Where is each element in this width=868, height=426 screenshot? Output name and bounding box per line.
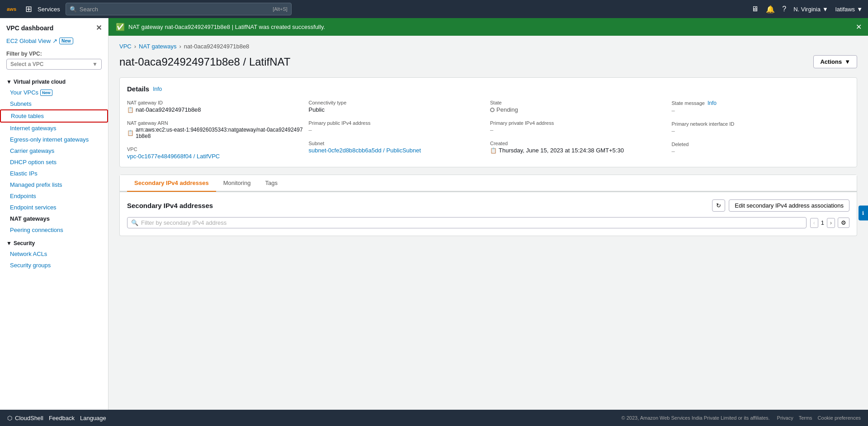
aws-logo[interactable]: aws xyxy=(5,2,20,16)
sidebar-item-subnets[interactable]: Subnets xyxy=(0,98,108,109)
user-chevron-icon: ▼ xyxy=(857,6,863,13)
sidebar-item-security-groups[interactable]: Security groups xyxy=(0,260,108,271)
deleted-value: – xyxy=(672,148,850,155)
sidebar-item-route-tables[interactable]: Route tables xyxy=(0,109,108,123)
edit-associations-button[interactable]: Edit secondary IPv4 address associations xyxy=(729,199,849,212)
filter-label: Filter by VPC: xyxy=(6,51,42,57)
sidebar-item-peering-connections[interactable]: Peering connections xyxy=(0,224,108,236)
secondary-header-row: Secondary IPv4 addresses ↻ Edit secondar… xyxy=(127,199,849,212)
copy-icon-created[interactable]: 📋 xyxy=(490,147,497,154)
primary-network-interface-label: Primary network interface ID xyxy=(672,121,850,127)
actions-button[interactable]: Actions ▼ xyxy=(813,55,857,68)
cookie-preferences-link[interactable]: Cookie preferences xyxy=(818,415,861,421)
sidebar-section-security[interactable]: ▼ Security xyxy=(0,236,108,248)
pagination-prev-button[interactable]: ‹ xyxy=(810,218,818,228)
nat-gateway-id-label: NAT gateway ID xyxy=(127,100,305,105)
search-input[interactable] xyxy=(80,6,270,13)
prev-icon: ‹ xyxy=(813,220,815,226)
grid-icon[interactable]: ⊞ xyxy=(25,4,32,14)
sidebar-item-nat-gateways[interactable]: NAT gateways xyxy=(0,213,108,224)
subnet-value[interactable]: subnet-0cfe2d8b8cbb6a5dd / PublicSubnet xyxy=(309,147,487,154)
copy-icon-nat-id[interactable]: 📋 xyxy=(127,107,134,113)
field-primary-network-interface: Primary network interface ID – xyxy=(672,121,850,134)
region-selector[interactable]: N. Virginia ▼ xyxy=(793,6,828,13)
subnet-label: Subnet xyxy=(309,141,487,146)
breadcrumb-nat-gateways[interactable]: NAT gateways xyxy=(139,43,176,50)
cloudshell-button[interactable]: ⬡ CloudShell xyxy=(7,415,43,421)
sidebar-item-dhcp-option-sets[interactable]: DHCP option sets xyxy=(0,156,108,168)
created-label: Created xyxy=(490,141,668,146)
state-dot-icon xyxy=(490,108,495,112)
pagination-next-button[interactable]: › xyxy=(827,218,835,228)
state-label: State xyxy=(490,100,668,105)
layout: VPC dashboard ✕ EC2 Global View ↗ New Fi… xyxy=(0,18,868,426)
filter-input-wrapper: 🔍 xyxy=(127,217,807,228)
cloudshell-icon: ⬡ xyxy=(7,415,12,421)
details-grid: NAT gateway ID 📋 nat-0aca924924971b8e8 N… xyxy=(127,100,849,160)
filter-placeholder: Select a VPC xyxy=(10,61,43,67)
field-nat-gateway-id: NAT gateway ID 📋 nat-0aca924924971b8e8 xyxy=(127,100,305,113)
terms-link[interactable]: Terms xyxy=(799,415,812,421)
sidebar-item-endpoints[interactable]: Endpoints xyxy=(0,190,108,202)
search-bar[interactable]: 🔍 [Alt+S] xyxy=(66,3,292,15)
right-info-tab[interactable]: ℹ xyxy=(859,206,868,221)
refresh-icon: ↻ xyxy=(716,202,721,209)
help-icon[interactable]: ? xyxy=(782,5,786,13)
nat-gateway-arn-value: 📋 arn:aws:ec2:us-east-1:946926035343:nat… xyxy=(127,127,305,139)
sidebar-item-managed-prefix-lists[interactable]: Managed prefix lists xyxy=(0,179,108,190)
tab-tags[interactable]: Tags xyxy=(258,175,284,192)
bottombar-right: © 2023, Amazon Web Services India Privat… xyxy=(622,415,770,421)
nat-gateway-arn-label: NAT gateway ARN xyxy=(127,120,305,126)
page-content: VPC › NAT gateways › nat-0aca924924971b8… xyxy=(108,36,868,243)
main-content: ✅ NAT gateway nat-0aca924924971b8e8 | La… xyxy=(108,18,868,426)
vpc-filter-select[interactable]: Select a VPC ▼ xyxy=(6,59,102,70)
connectivity-type-label: Connectivity type xyxy=(309,100,487,105)
sidebar-close-button[interactable]: ✕ xyxy=(96,24,102,32)
page-title: nat-0aca924924971b8e8 / LatifNAT xyxy=(119,56,291,68)
tab-secondary-ipv4[interactable]: Secondary IPv4 addresses xyxy=(127,175,216,192)
bell-icon[interactable]: 🔔 xyxy=(766,5,775,14)
edit-associations-label: Edit secondary IPv4 address associations xyxy=(735,202,844,209)
sidebar-section-vpc[interactable]: ▼ Virtual private cloud xyxy=(0,74,108,87)
refresh-button[interactable]: ↻ xyxy=(712,199,725,212)
settings-button[interactable]: ⚙ xyxy=(838,218,849,228)
feedback-button[interactable]: Feedback xyxy=(49,415,75,421)
region-label: N. Virginia xyxy=(793,6,821,13)
breadcrumb-vpc[interactable]: VPC xyxy=(119,43,132,50)
sidebar-title: VPC dashboard xyxy=(6,24,53,32)
cloud-icon[interactable]: 🖥 xyxy=(751,5,759,13)
sidebar-item-carrier-gateways[interactable]: Carrier gateways xyxy=(0,145,108,156)
field-subnet: Subnet subnet-0cfe2d8b8cbb6a5dd / Public… xyxy=(309,141,487,154)
services-label[interactable]: Services xyxy=(38,6,60,13)
language-button[interactable]: Language xyxy=(80,415,106,421)
vpc-value[interactable]: vpc-0c1677e4849668f04 / LatifVPC xyxy=(127,153,305,160)
copy-icon-arn[interactable]: 📋 xyxy=(127,130,134,136)
primary-private-ipv4-value: – xyxy=(490,127,668,133)
sidebar: VPC dashboard ✕ EC2 Global View ↗ New Fi… xyxy=(0,18,108,426)
user-menu[interactable]: latifaws ▼ xyxy=(835,6,863,13)
tab-monitoring[interactable]: Monitoring xyxy=(216,175,258,192)
sidebar-item-endpoint-services[interactable]: Endpoint services xyxy=(0,202,108,213)
sidebar-item-network-acls[interactable]: Network ACLs xyxy=(0,248,108,260)
created-value: 📋 Thursday, June 15, 2023 at 15:24:38 GM… xyxy=(490,147,668,154)
privacy-link[interactable]: Privacy xyxy=(777,415,793,421)
success-check-icon: ✅ xyxy=(116,23,125,31)
sidebar-item-your-vpcs[interactable]: Your VPCs New xyxy=(0,87,108,98)
sidebar-item-internet-gateways[interactable]: Internet gateways xyxy=(0,123,108,134)
secondary-actions: ↻ Edit secondary IPv4 address associatio… xyxy=(712,199,849,212)
filter-input[interactable] xyxy=(141,219,802,226)
field-created: Created 📋 Thursday, June 15, 2023 at 15:… xyxy=(490,141,668,154)
field-deleted: Deleted – xyxy=(672,142,850,155)
state-message-value: – xyxy=(672,107,850,114)
sidebar-item-egress-gateways[interactable]: Egress-only internet gateways xyxy=(0,134,108,145)
banner-close-button[interactable]: ✕ xyxy=(856,23,862,31)
sidebar-item-elastic-ips[interactable]: Elastic IPs xyxy=(0,168,108,179)
primary-public-ipv4-value: – xyxy=(309,127,487,133)
field-state: State Pending xyxy=(490,100,668,113)
state-message-info-link[interactable]: Info xyxy=(708,100,717,106)
sidebar-filter-section: Filter by VPC: Select a VPC ▼ xyxy=(0,48,108,74)
ec2-global-new-badge: New xyxy=(59,38,73,44)
details-header: Details Info xyxy=(127,85,849,93)
sidebar-ec2-global[interactable]: EC2 Global View ↗ New xyxy=(0,36,108,48)
details-info-link[interactable]: Info xyxy=(153,86,162,92)
